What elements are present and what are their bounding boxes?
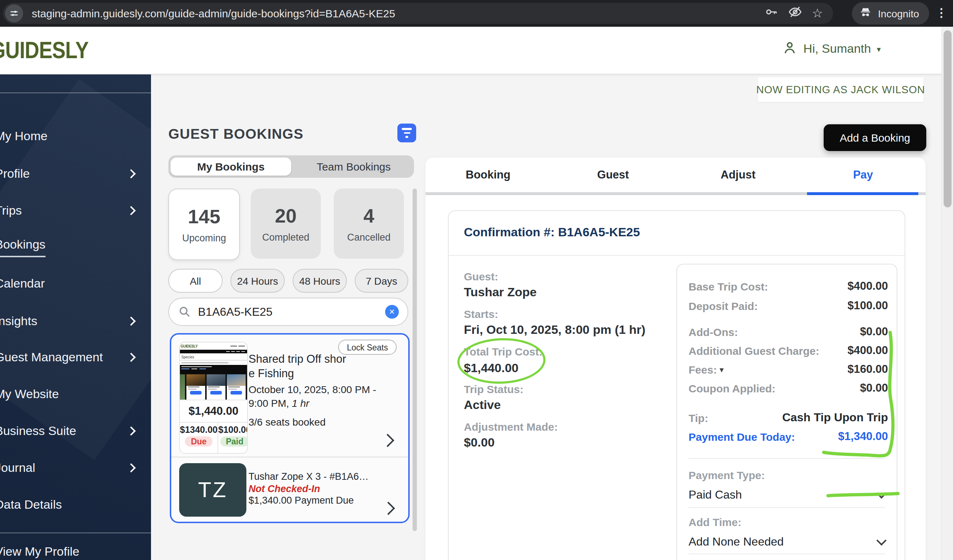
guest-row[interactable]: TZ Tushar Zope X 3 - #B1A6… Not Checked-… <box>179 463 401 518</box>
trip-status-label: Trip Status: <box>464 383 523 395</box>
seats-booked: 3/6 seats booked <box>248 415 397 429</box>
tip-label: Tip: <box>689 411 708 424</box>
stat-value: 20 <box>275 205 296 227</box>
sidebar-item-my-home[interactable]: My Home <box>0 128 151 145</box>
divider <box>449 255 905 256</box>
active-tab-indicator <box>807 192 918 195</box>
chevron-down-icon[interactable] <box>876 535 886 546</box>
url-bar[interactable]: staging-admin.guidesly.com/guide-admin/g… <box>3 3 833 24</box>
sidebar-item-bookings[interactable]: Bookings <box>0 239 151 256</box>
deposit-paid-row: Deposit Paid: $100.00 <box>689 298 888 313</box>
trip-date-line1: October 10, 2025, 8:00 PM - <box>248 383 397 397</box>
stat-card-completed[interactable]: 20 Completed <box>251 189 321 259</box>
total-trip-cost-value: $1,440.00 <box>464 361 518 376</box>
card-divider <box>171 457 408 458</box>
password-key-icon[interactable] <box>764 5 778 22</box>
sidebar-item-my-website[interactable]: My Website <box>0 386 151 403</box>
starts-value: Fri, Oct 10, 2025, 8:00 pm (1 hr) <box>464 323 646 337</box>
payment-type-select[interactable]: Paid Cash <box>689 489 742 501</box>
window-scrollbar-thumb[interactable] <box>944 30 951 207</box>
tip-value: Cash Tip Upon Trip <box>782 411 888 424</box>
app-header: GUIDESLY Hi, Sumanth ▾ <box>0 27 953 74</box>
sidebar-divider <box>0 93 151 93</box>
search-input[interactable] <box>197 304 385 319</box>
add-booking-button[interactable]: Add a Booking <box>824 124 926 151</box>
guest-value: Tushar Zope <box>464 285 537 300</box>
sidebar-item-trips[interactable]: Trips <box>0 202 151 220</box>
page-url[interactable]: staging-admin.guidesly.com/guide-admin/g… <box>32 7 764 20</box>
confirmation-number: Confirmation #: B1A6A5-KE25 <box>464 225 640 240</box>
divider <box>689 458 885 459</box>
stat-value: 145 <box>188 206 220 228</box>
chevron-right-icon <box>126 316 135 326</box>
trip-status-value: Active <box>464 398 501 413</box>
list-scrollbar[interactable] <box>413 189 417 531</box>
sidebar-item-view-my-profile[interactable]: View My Profile <box>0 543 151 560</box>
chevron-right-icon[interactable] <box>382 502 395 515</box>
divider <box>689 554 885 554</box>
filter-pill-24-hours[interactable]: 24 Hours <box>230 269 285 293</box>
divider <box>689 507 885 508</box>
site-settings-icon[interactable] <box>5 4 23 22</box>
sidebar-item-data-details[interactable]: Data Details <box>0 496 151 514</box>
base-trip-cost-row: Base Trip Cost: $400.00 <box>689 279 888 293</box>
add-time-select[interactable]: Add None Needed <box>689 535 784 548</box>
filter-pill-all[interactable]: All <box>168 269 222 293</box>
tab-pay[interactable]: Pay <box>801 158 925 192</box>
tab-team-bookings[interactable]: Team Bookings <box>293 160 414 173</box>
guest-name: Tushar Zope X 3 - #B1A6… <box>248 471 368 483</box>
filter-pill-7-days[interactable]: 7 Days <box>355 269 408 293</box>
trip-date-line2: 9:00 PM, 1 hr <box>248 397 397 410</box>
filter-button[interactable] <box>397 124 416 142</box>
bookmark-star-icon[interactable]: ☆ <box>812 7 823 20</box>
trip-thumbnail: GUIDESLY Species <box>180 343 247 400</box>
caret-down-icon: ▾ <box>877 45 881 54</box>
filter-pill-48-hours[interactable]: 48 Hours <box>293 269 347 293</box>
sidebar-divider <box>0 532 151 533</box>
sidebar-item-calendar[interactable]: Calendar <box>0 275 151 293</box>
tab-my-bookings[interactable]: My Bookings <box>171 158 291 175</box>
bookings-view-toggle: My Bookings Team Bookings <box>168 155 414 178</box>
stat-card-upcoming[interactable]: 145 Upcoming <box>168 189 240 260</box>
stat-value: 4 <box>363 205 374 227</box>
detail-tabs: Booking Guest Adjust Pay <box>425 158 925 192</box>
fees-caret-icon[interactable]: ▾ <box>720 365 723 373</box>
annotation-ellipse <box>456 337 546 385</box>
paid-cell: $100.00 Paid <box>217 423 248 453</box>
thumb-heading: Species <box>180 353 247 361</box>
due-amount: $1340.00 <box>180 425 217 435</box>
guest-checkin-status: Not Checked-In <box>248 483 368 495</box>
user-greeting: Hi, Sumanth <box>804 42 871 56</box>
browser-menu-icon[interactable]: ⋮ <box>936 6 947 20</box>
starts-label: Starts: <box>464 308 498 320</box>
due-status-badge: Due <box>185 436 212 447</box>
guest-payment-due: $1,340.00 Payment Due <box>248 495 368 507</box>
add-ons-row: Add-Ons: $0.00 <box>689 324 888 339</box>
tip-row: Tip: Cash Tip Upon Trip <box>689 410 888 425</box>
sidebar-item-business-suite[interactable]: Business Suite <box>0 423 151 440</box>
sidebar-item-journal[interactable]: Journal <box>0 459 151 477</box>
stat-card-cancelled[interactable]: 4 Cancelled <box>334 189 404 259</box>
sidebar-item-profile[interactable]: Profile <box>0 166 151 183</box>
incognito-icon <box>859 5 872 21</box>
tab-booking[interactable]: Booking <box>425 158 551 192</box>
chevron-down-icon[interactable] <box>876 489 886 499</box>
brand-logo[interactable]: GUIDESLY <box>0 37 88 64</box>
clear-search-icon[interactable]: ✕ <box>385 305 399 319</box>
tab-adjust[interactable]: Adjust <box>675 158 801 192</box>
booking-card[interactable]: Lock Seats GUIDESLY Species $1,440.00 $1… <box>170 333 410 523</box>
tab-guest[interactable]: Guest <box>551 158 675 192</box>
total-trip-cost-label: Total Trip Cost: <box>464 345 543 358</box>
booking-detail-panel: Booking Guest Adjust Pay Confirmation #:… <box>425 158 925 560</box>
adjustment-made-value: $0.00 <box>464 436 495 450</box>
stat-label: Completed <box>262 231 310 242</box>
user-menu[interactable]: Hi, Sumanth ▾ <box>782 40 881 59</box>
payment-due-today-row: Payment Due Today: $1,340.00 <box>689 429 888 444</box>
sidebar-item-insights[interactable]: Insights <box>0 313 151 330</box>
sidebar-item-guest-management[interactable]: Guest Management <box>0 349 151 366</box>
chevron-right-icon <box>126 169 135 178</box>
url-bar-actions: ☆ <box>764 5 823 22</box>
chevron-right-icon[interactable] <box>381 434 394 447</box>
stat-label: Upcoming <box>182 232 226 243</box>
eye-off-icon[interactable] <box>788 5 802 22</box>
